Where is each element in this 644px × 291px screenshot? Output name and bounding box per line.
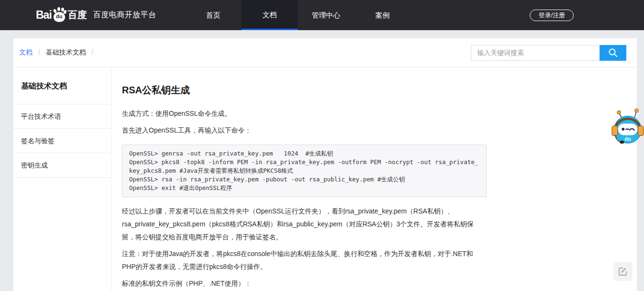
customer-service-robot[interactable]: du [611,106,644,146]
nav-tab-management-center[interactable]: 管理中心 [298,0,354,30]
doc-main: RSA公私钥生成 生成方式：使用OpenSSL命令生成。 首先进入OpenSSL… [111,67,487,291]
robot-du-label: du [624,136,631,142]
sidebar-item-sign-and-verify[interactable]: 签名与验签 [13,129,111,153]
nav-tab-docs[interactable]: 文档 [241,0,298,30]
content-container: 文档 / 基础技术文档 / 基础技术文档 平台技术术语 签名与验签 密钥生成 R… [13,38,637,291]
logo-divider: ｜ [78,9,87,22]
breadcrumb-basic-tech-docs[interactable]: 基础技术文档 [46,48,86,56]
main-nav: 首页 文档 管理中心 案例 [185,0,411,30]
paragraph-openssl-intro: 首先进入OpenSSL工具，再输入以下命令： [122,124,487,137]
paragraph-java-note: 注意：对于使用Java的开发者，将pkcs8在console中输出的私钥去除头尾… [122,247,487,273]
paragraph-generation-method: 生成方式：使用OpenSSL命令生成。 [122,107,487,120]
search-bar [471,45,626,61]
nav-tab-cases[interactable]: 案例 [354,0,411,30]
nav-tab-home[interactable]: 首页 [185,0,241,30]
edit-icon [618,266,628,277]
breadcrumb: 文档 / 基础技术文档 / [19,48,97,57]
site-name: 百度电商开放平台 [93,10,156,20]
sidebar-item-key-generation[interactable]: 密钥生成 [13,153,111,178]
paragraph-steps-result: 经过以上步骤，开发者可以在当前文件夹中（OpenSSL运行文件夹），看到rsa_… [122,205,487,244]
sidebar-item-platform-terms[interactable]: 平台技术术语 [13,104,111,129]
paragraph-example-label: 标准的私钥文件示例（PHP、.NET使用）： [122,277,487,290]
brand-group: ｜ 百度电商开放平台 [72,0,156,30]
body-row: 基础技术文档 平台技术术语 签名与验签 密钥生成 RSA公私钥生成 生成方式：使… [13,67,637,291]
search-button[interactable] [600,45,626,61]
logo-text-du: du [52,13,66,19]
baidu-paw-icon: du [52,7,66,23]
sidebar-title: 基础技术文档 [13,67,111,104]
breadcrumb-separator: / [38,48,40,56]
sidebar: 基础技术文档 平台技术术语 签名与验签 密钥生成 [13,67,111,291]
login-register-button[interactable]: 登录/注册 [530,10,574,21]
logo-text-bai: Bai [36,9,52,22]
page-title: RSA公私钥生成 [122,84,487,97]
feedback-edit-button[interactable] [613,262,633,281]
robot-mascot-icon: du [611,106,644,146]
page-header-row: 文档 / 基础技术文档 / [13,38,637,67]
top-navbar: Bai du 百度 ｜ 百度电商开放平台 首页 文档 管理中心 案例 登录/注册 [0,0,644,30]
breadcrumb-docs-link[interactable]: 文档 [19,48,33,56]
breadcrumb-separator: / [92,48,94,56]
search-icon [608,47,618,58]
search-input[interactable] [471,45,600,61]
code-block-openssl-commands: OpenSSL> genrsa -out rsa_private_key.pem… [122,145,487,197]
